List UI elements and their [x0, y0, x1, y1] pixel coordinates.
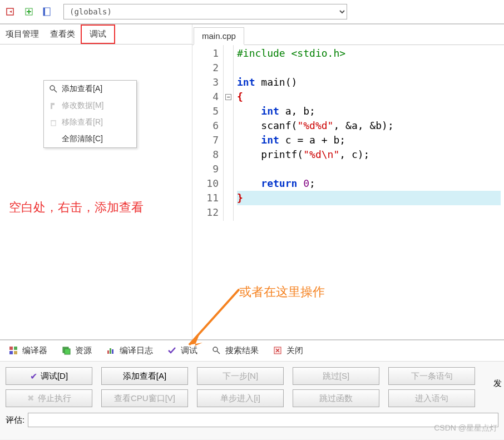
line-gutter: 123456789101112 — [192, 45, 224, 221]
line-number: 6 — [192, 118, 219, 133]
fold-column: − — [224, 45, 234, 221]
x-icon: ✖ — [27, 393, 34, 403]
line-number: 5 — [192, 104, 219, 118]
svg-line-20 — [217, 351, 220, 354]
fold-toggle[interactable]: − — [225, 94, 231, 100]
book-icon[interactable] — [40, 5, 53, 18]
tab-debug[interactable]: 调试 — [81, 24, 115, 44]
bottom-tabs: 编译器资源编译日志调试搜索结果关闭 — [0, 340, 504, 362]
svg-rect-15 — [65, 349, 70, 354]
button-label: 跳过函数 — [319, 393, 353, 404]
line-number: 9 — [192, 162, 219, 176]
fold-cell — [224, 191, 233, 205]
bottom-tab-编译器[interactable]: 编译器 — [6, 343, 51, 358]
line-number: 12 — [192, 205, 219, 220]
menu-label: 添加查看[A] — [62, 84, 102, 94]
code-line[interactable] — [237, 162, 501, 176]
code-line[interactable]: scanf("%d%d", &a, &b); — [237, 118, 501, 133]
tab-classes[interactable]: 查看类 — [45, 24, 81, 44]
button-label: 单步进入[i] — [220, 393, 260, 404]
fold-cell — [224, 118, 233, 133]
button-label: 查看CPU窗口[V] — [114, 393, 175, 404]
fold-cell — [224, 104, 233, 118]
bottom-panel: 编译器资源编译日志调试搜索结果关闭 ✔调试[D]添加查看[A]下一步[N]跳过[… — [0, 339, 504, 439]
eval-row: 评估: — [0, 411, 504, 429]
fold-cell — [224, 61, 233, 75]
blank-icon — [48, 134, 58, 144]
code-line[interactable]: int main() — [237, 75, 501, 90]
svg-point-4 — [50, 86, 55, 90]
add-icon[interactable] — [22, 5, 36, 18]
search-icon — [48, 84, 58, 94]
code-line[interactable]: int a, b; — [237, 104, 501, 118]
button-label: 下一步[N] — [223, 371, 258, 382]
debug-button[interactable]: 添加查看[A] — [101, 367, 188, 385]
menu-clear-all[interactable]: 全部清除[C] — [44, 131, 136, 147]
tab-project[interactable]: 项目管理 — [0, 24, 45, 44]
side-label: 发 — [493, 378, 502, 389]
line-number: 7 — [192, 133, 219, 147]
left-tabs: 项目管理 查看类 调试 — [0, 24, 192, 45]
svg-line-5 — [54, 90, 57, 92]
bottom-tab-资源[interactable]: 资源 — [58, 343, 95, 358]
tab-label: 关闭 — [286, 345, 303, 356]
file-tab-main[interactable]: main.cpp — [194, 27, 244, 45]
svg-point-19 — [213, 347, 218, 352]
code-line[interactable]: printf("%d\n", c); — [237, 147, 501, 162]
search-icon — [212, 346, 222, 356]
debug-button: 跳过函数 — [293, 389, 379, 407]
tab-label: 编译器 — [22, 345, 47, 356]
bottom-tab-编译日志[interactable]: 编译日志 — [103, 343, 156, 358]
left-panel: 项目管理 查看类 调试 添加查看[A] 修改数据[M] 移除查 — [0, 24, 192, 339]
code-line[interactable]: #include <stdio.h> — [237, 46, 501, 61]
fold-cell: − — [224, 90, 233, 104]
back-icon[interactable] — [4, 5, 18, 18]
svg-rect-3 — [43, 8, 45, 16]
code-line[interactable]: } — [237, 191, 501, 205]
debug-button: 单步进入[i] — [197, 389, 284, 407]
file-tabs: main.cpp — [192, 24, 504, 45]
bottom-tab-关闭[interactable]: 关闭 — [270, 343, 307, 358]
svg-rect-17 — [110, 348, 111, 354]
code-lines[interactable]: #include <stdio.h>int main(){ int a, b; … — [234, 45, 504, 221]
line-number: 2 — [192, 61, 219, 75]
debug-button[interactable]: ✔调试[D] — [6, 367, 92, 385]
debug-button: ✖停止执行 — [6, 389, 92, 407]
menu-add-watch[interactable]: 添加查看[A] — [44, 81, 136, 97]
debug-button: 查看CPU窗口[V] — [101, 389, 188, 407]
code-line[interactable] — [237, 61, 501, 75]
line-number: 1 — [192, 46, 219, 61]
check-icon: ✔ — [30, 371, 37, 382]
menu-label: 移除查看[R] — [62, 117, 103, 127]
button-row-2: ✖停止执行查看CPU窗口[V]单步进入[i]跳过函数进入语句 — [6, 389, 498, 407]
menu-remove-watch: 移除查看[R] — [44, 114, 136, 131]
fold-cell — [224, 205, 233, 220]
code-line[interactable]: { — [237, 90, 501, 104]
globals-select[interactable]: (globals) — [63, 4, 347, 19]
chart-icon — [106, 346, 116, 356]
button-label: 添加查看[A] — [123, 371, 166, 382]
code-line[interactable]: return 0; — [237, 176, 501, 191]
code-area[interactable]: 123456789101112 − #include <stdio.h>int … — [192, 45, 504, 221]
button-label: 跳过[S] — [323, 371, 349, 382]
bottom-tab-调试[interactable]: 调试 — [164, 343, 201, 358]
menu-label: 修改数据[M] — [62, 101, 103, 111]
menu-label: 全部清除[C] — [62, 134, 103, 144]
stack-icon — [62, 346, 72, 356]
code-line[interactable] — [237, 205, 501, 220]
eval-input[interactable] — [28, 413, 498, 427]
fold-cell — [224, 147, 233, 162]
svg-rect-11 — [14, 347, 17, 350]
annotation-red: 空白处，右击，添加查看 — [9, 199, 144, 216]
tab-label: 调试 — [181, 345, 197, 356]
svg-rect-13 — [14, 351, 17, 354]
svg-rect-18 — [112, 349, 113, 354]
fold-cell — [224, 176, 233, 191]
line-number: 10 — [192, 176, 219, 191]
debug-buttons: ✔调试[D]添加查看[A]下一步[N]跳过[S]下一条语句 ✖停止执行查看CPU… — [0, 362, 504, 411]
line-number: 3 — [192, 75, 219, 90]
code-line[interactable]: int c = a + b; — [237, 133, 501, 147]
debug-button: 进入语句 — [388, 389, 475, 407]
line-number: 11 — [192, 191, 219, 205]
bottom-tab-搜索结果[interactable]: 搜索结果 — [209, 343, 262, 358]
